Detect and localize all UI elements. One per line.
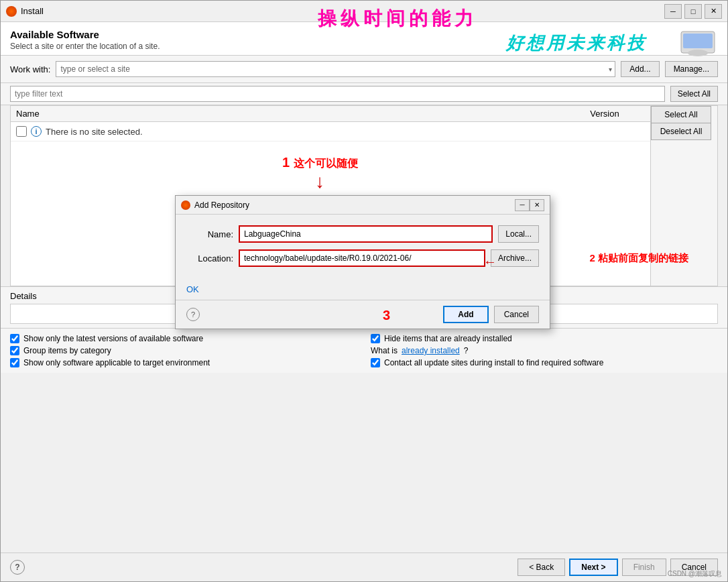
dialog-ok-row: OK <box>176 284 550 300</box>
cancel-button[interactable]: Cancel <box>670 559 718 576</box>
dialog-location-input[interactable] <box>239 249 485 267</box>
archive-button[interactable]: Archive... <box>491 249 539 267</box>
dialog-icon <box>181 200 190 210</box>
window-title: Install <box>21 6 664 16</box>
page-subtitle: Select a site or enter the location of a… <box>10 42 718 51</box>
minimize-button[interactable]: ─ <box>664 4 682 19</box>
already-installed-prefix: What is <box>371 346 398 355</box>
filter-input[interactable] <box>10 86 665 102</box>
already-installed-suffix: ? <box>464 346 469 355</box>
dialog-add-button[interactable]: Add <box>443 306 488 323</box>
dialog-body: Name: Local... Location: Archive... <box>176 215 550 284</box>
option-1-checkbox[interactable] <box>10 334 19 343</box>
select-all-side-button[interactable]: Select All <box>651 106 711 123</box>
add-button[interactable]: Add... <box>621 61 659 77</box>
option-5-label: Hide items that are already installed <box>384 334 512 343</box>
dialog-footer: ? Add Cancel <box>176 300 550 329</box>
dialog-name-row: Name: Local... <box>186 225 539 243</box>
already-installed-link[interactable]: already installed <box>402 346 460 355</box>
header-section: Available Software Select a site or ente… <box>1 22 727 56</box>
help-button[interactable]: ? <box>10 560 25 575</box>
dialog-close-button[interactable]: ✕ <box>530 199 544 211</box>
next-button[interactable]: Next > <box>569 559 617 576</box>
option-5-checkbox[interactable] <box>371 334 380 343</box>
dialog-name-input[interactable] <box>239 225 493 243</box>
table-row: i There is no site selected. <box>11 122 650 141</box>
window-controls: ─ □ ✕ <box>664 4 722 19</box>
work-with-label: Work with: <box>10 64 50 74</box>
option-2[interactable]: Group items by category <box>10 346 357 355</box>
local-button[interactable]: Local... <box>498 225 539 243</box>
option-3-label: Show only software applicable to target … <box>23 358 210 367</box>
svg-rect-1 <box>683 34 713 48</box>
option-2-label: Group items by category <box>23 346 111 355</box>
manage-button[interactable]: Manage... <box>665 61 718 77</box>
already-installed-row: What is already installed ? <box>371 346 718 355</box>
app-icon <box>6 6 17 17</box>
dialog-help-button[interactable]: ? <box>186 308 200 321</box>
eclipse-logo <box>678 26 718 60</box>
back-button[interactable]: < Back <box>518 559 565 576</box>
svg-point-2 <box>688 50 708 56</box>
table-header: Name Version <box>11 106 650 122</box>
deselect-all-button[interactable]: Deselect All <box>651 123 711 140</box>
dialog-name-label: Name: <box>186 229 233 239</box>
work-with-value: type or select a site <box>60 64 129 74</box>
page-title: Available Software <box>10 29 718 40</box>
add-repository-dialog[interactable]: Add Repository ─ ✕ Name: Local... Locati… <box>175 195 550 329</box>
work-with-combo[interactable]: type or select a site ▾ <box>56 61 615 77</box>
option-4-label: Contact all update sites during install … <box>384 358 604 367</box>
title-bar: Install ─ □ ✕ <box>1 1 727 22</box>
option-2-checkbox[interactable] <box>10 346 19 355</box>
dialog-title: Add Repository <box>194 200 515 210</box>
filter-row: Select All <box>1 83 727 105</box>
col-name-header: Name <box>16 109 564 119</box>
main-window: Install ─ □ ✕ 操纵时间的能力 好想用未来科技 Available … <box>0 0 728 582</box>
right-buttons: Select All Deselect All <box>650 106 717 286</box>
option-1[interactable]: Show only the latest versions of availab… <box>10 334 357 343</box>
dialog-location-row: Location: Archive... <box>186 249 539 267</box>
spacer <box>1 373 727 552</box>
option-1-label: Show only the latest versions of availab… <box>23 334 203 343</box>
combo-arrow-icon: ▾ <box>609 66 612 73</box>
option-4-checkbox[interactable] <box>371 358 380 367</box>
dialog-location-label: Location: <box>186 253 233 264</box>
info-icon: i <box>31 126 42 137</box>
option-4[interactable]: Contact all update sites during install … <box>371 358 718 367</box>
dialog-minimize-button[interactable]: ─ <box>515 199 530 211</box>
bottom-bar: ? < Back Next > Finish Cancel <box>1 552 727 581</box>
options-section: Show only the latest versions of availab… <box>1 328 727 373</box>
option-3-checkbox[interactable] <box>10 358 19 367</box>
finish-button[interactable]: Finish <box>622 559 666 576</box>
col-version-header: Version <box>564 109 645 119</box>
dialog-ok-link[interactable]: OK <box>186 284 199 294</box>
dialog-title-bar: Add Repository ─ ✕ <box>176 196 550 215</box>
close-button[interactable]: ✕ <box>705 4 722 19</box>
work-with-row: Work with: type or select a site ▾ Add..… <box>1 56 727 83</box>
row-checkbox[interactable] <box>16 126 27 137</box>
option-5[interactable]: Hide items that are already installed <box>371 334 718 343</box>
dialog-cancel-button[interactable]: Cancel <box>494 306 539 323</box>
option-3[interactable]: Show only software applicable to target … <box>10 358 357 367</box>
select-all-button[interactable]: Select All <box>670 86 718 102</box>
no-site-text: There is no site selected. <box>46 127 143 137</box>
maximize-button[interactable]: □ <box>684 4 702 19</box>
